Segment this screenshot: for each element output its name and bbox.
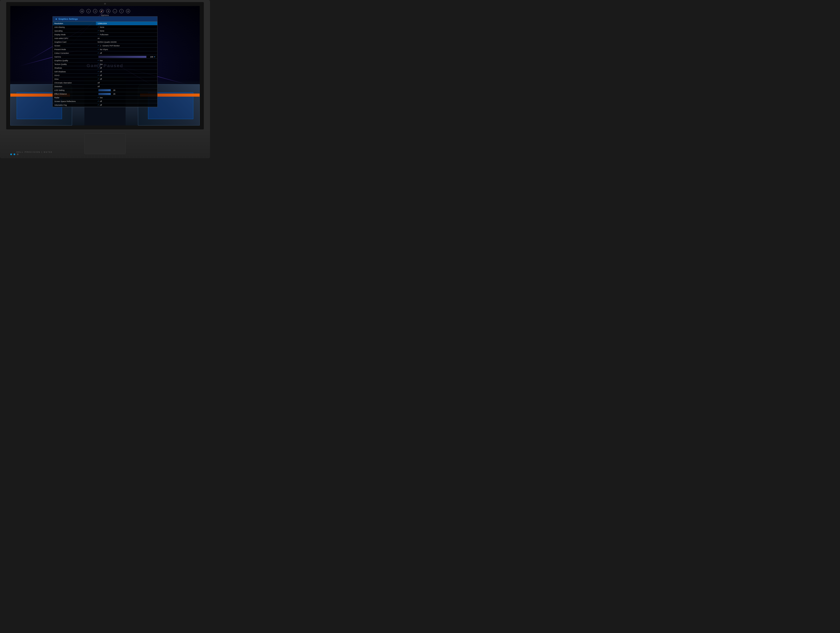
laptop-brand: DELL PRECISION | M4700: [16, 151, 52, 153]
setting-row[interactable]: Gamma100►: [53, 55, 157, 59]
setting-label: Distortion: [53, 85, 96, 89]
nav-icon-2[interactable]: ☺: [87, 9, 91, 13]
setting-value[interactable]: off: [96, 85, 157, 89]
top-nav: ⊞ ☺ ℹ 🚀 ⚙ — ? ⊟ Options: [80, 9, 130, 16]
setting-row[interactable]: Colour Correction✓off: [53, 51, 157, 55]
settings-title: Graphics Settings: [58, 18, 78, 20]
setting-value[interactable]: ✓off: [96, 100, 157, 103]
setting-label: Display Mode: [53, 33, 96, 36]
setting-label: Anti-Aliasing: [53, 25, 96, 29]
nav-icon-7[interactable]: ?: [119, 9, 123, 13]
setting-row[interactable]: Texture Quality✓low: [53, 62, 157, 66]
setting-value[interactable]: ✓1 - Generic PnP Monitor: [96, 44, 157, 47]
setting-value[interactable]: ✓low: [96, 59, 157, 62]
setting-value[interactable]: ✓low: [96, 62, 157, 66]
setting-value[interactable]: 15: [96, 89, 157, 92]
setting-row[interactable]: Volumetric Fog✓off: [53, 103, 157, 107]
setting-value[interactable]: ✓off: [96, 103, 157, 107]
setting-row[interactable]: Present Mode✓No VSync: [53, 47, 157, 51]
setting-label: Auto-select GPU: [53, 36, 96, 40]
setting-value[interactable]: NVIDIA Quadro M2200: [96, 40, 157, 44]
screen-content: Game Paused ⊞ ☺ ℹ 🚀 ⚙ — ? ⊟ Options ◄: [10, 6, 200, 125]
nav-icon-5[interactable]: ⚙: [106, 9, 111, 13]
setting-label: Resolution: [53, 22, 96, 25]
setting-row[interactable]: Chromatic Aberrationoff: [53, 81, 157, 85]
setting-value[interactable]: ✓None: [96, 25, 157, 29]
setting-value[interactable]: ✓low: [96, 96, 157, 100]
setting-value[interactable]: 1298x1024: [96, 22, 157, 25]
led-2: [14, 154, 15, 155]
laptop-outer: Game Paused ⊞ ☺ ℹ 🚀 ⚙ — ? ⊟ Options ◄: [0, 0, 210, 158]
laptop-bottom: DELL DELL PRECISION | M4700: [0, 130, 210, 158]
setting-row[interactable]: Screen✓1 - Generic PnP Monitor: [53, 44, 157, 47]
setting-value[interactable]: ✓off: [96, 51, 157, 55]
settings-back-arrow[interactable]: ◄: [55, 17, 57, 21]
setting-row[interactable]: Anti-Aliasing✓None: [53, 25, 157, 29]
nav-icon-1[interactable]: ⊞: [80, 9, 84, 13]
setting-row[interactable]: Soft Shadows✓off: [53, 70, 157, 74]
setting-value[interactable]: on: [96, 36, 157, 40]
setting-value[interactable]: ✓No VSync: [96, 47, 157, 51]
nav-icon-3[interactable]: ℹ: [93, 9, 97, 13]
setting-row[interactable]: Screen Space Reflections✓off: [53, 100, 157, 103]
webcam-bar: [104, 3, 106, 5]
setting-label: Effect Distance: [53, 92, 96, 96]
options-label: Options: [101, 14, 109, 16]
setting-label: Gamma: [53, 55, 96, 59]
webcam-dot: [104, 3, 106, 5]
setting-value[interactable]: 100►: [96, 55, 157, 59]
settings-header: ◄ Graphics Settings: [53, 16, 157, 22]
setting-label: Chromatic Aberration: [53, 81, 96, 85]
setting-label: Upscaling: [53, 29, 96, 33]
setting-label: SSAO: [53, 74, 96, 77]
nav-icons: ⊞ ☺ ℹ 🚀 ⚙ — ? ⊟: [80, 9, 130, 13]
touchpad[interactable]: [84, 133, 126, 154]
setting-value[interactable]: ✓off: [96, 77, 157, 81]
nav-icon-4[interactable]: 🚀: [99, 9, 104, 13]
setting-label: Volumetric Fog: [53, 103, 96, 107]
screen-bezel: Game Paused ⊞ ☺ ℹ 🚀 ⚙ — ? ⊟ Options ◄: [6, 2, 204, 130]
setting-label: Screen Space Reflections: [53, 100, 96, 103]
setting-label: Colour Correction: [53, 51, 96, 55]
setting-label: Present Mode: [53, 47, 96, 51]
nav-icon-8[interactable]: ⊟: [126, 9, 130, 13]
setting-row[interactable]: Graphics Quality✓low: [53, 59, 157, 62]
setting-label: Graphics Quality: [53, 59, 96, 62]
settings-panel: ◄ Graphics Settings Resolution1298x1024A…: [52, 16, 158, 107]
setting-row[interactable]: SSAO✓off: [53, 74, 157, 77]
led-3: [17, 154, 19, 155]
setting-row[interactable]: Resolution1298x1024: [53, 22, 157, 25]
setting-row[interactable]: Auto-select GPUon: [53, 36, 157, 40]
setting-label: Shadows: [53, 66, 96, 70]
setting-row[interactable]: Distortionoff: [53, 85, 157, 89]
setting-row[interactable]: Glow✓off: [53, 77, 157, 81]
setting-row[interactable]: Upscaling✓None: [53, 29, 157, 33]
setting-value[interactable]: off: [96, 81, 157, 85]
settings-body: Resolution1298x1024Anti-Aliasing✓NoneUps…: [53, 22, 157, 107]
setting-value[interactable]: ✓off: [96, 74, 157, 77]
setting-row[interactable]: Graphics CardNVIDIA Quadro M2200: [53, 40, 157, 44]
setting-row[interactable]: Display Mode✓Fullscreen: [53, 33, 157, 36]
setting-value[interactable]: ✓None: [96, 29, 157, 33]
setting-row[interactable]: Radar✓low: [53, 96, 157, 100]
setting-label: Screen: [53, 44, 96, 47]
setting-row[interactable]: Effect Distance15: [53, 92, 157, 96]
setting-label: Graphics Card: [53, 40, 96, 44]
setting-label: Radar: [53, 96, 96, 100]
nav-icon-6[interactable]: —: [113, 9, 117, 13]
setting-label: LOD Setting: [53, 89, 96, 92]
setting-label: Texture Quality: [53, 62, 96, 66]
led-indicators: [10, 154, 19, 155]
setting-row[interactable]: LOD Setting15: [53, 89, 157, 92]
setting-value[interactable]: ✓off: [96, 70, 157, 74]
setting-value[interactable]: ✓off: [96, 66, 157, 70]
setting-label: Glow: [53, 77, 96, 81]
settings-rows-container: Resolution1298x1024Anti-Aliasing✓NoneUps…: [53, 22, 157, 107]
led-1: [10, 154, 12, 155]
setting-row[interactable]: Shadows✓off: [53, 66, 157, 70]
setting-value[interactable]: 15: [96, 92, 157, 96]
setting-label: Soft Shadows: [53, 70, 96, 74]
setting-value[interactable]: ✓Fullscreen: [96, 33, 157, 36]
